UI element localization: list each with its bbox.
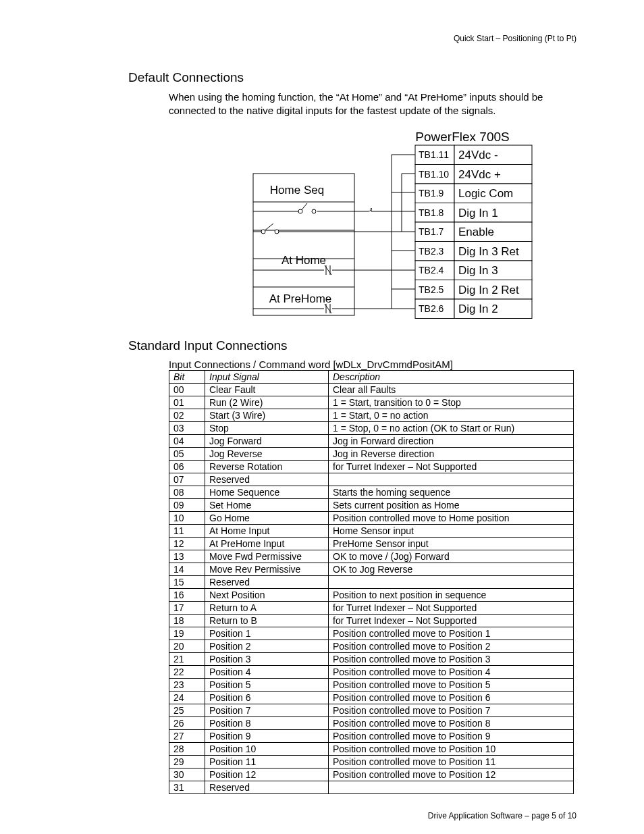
section-default-connections: Default Connections [128,70,576,85]
cell-signal: Position 2 [205,640,329,653]
cell-desc: OK to move / (Jog) Forward [329,550,574,563]
cell-bit: 15 [169,576,205,589]
cell-desc: 1 = Stop, 0 = no action (OK to Start or … [329,422,574,435]
cell-bit: 28 [169,743,205,756]
table-row: 30Position 12Position controlled move to… [169,768,574,781]
table-row: 09Set HomeSets current position as Home [169,499,574,512]
cell-desc: for Turret Indexer – Not Supported [329,461,574,473]
cell-signal: Position 9 [205,730,329,743]
cell-bit: 20 [169,640,205,653]
cell-desc: Position controlled move to Position 5 [329,679,574,692]
cell-bit: 16 [169,589,205,602]
cell-signal: Position 5 [205,679,329,692]
table-row: 27Position 9Position controlled move to … [169,730,574,743]
cell-bit: 22 [169,666,205,679]
cell-bit: 27 [169,730,205,743]
cell-signal: Return to A [205,602,329,615]
svg-text:Logic Com: Logic Com [458,187,513,200]
cell-desc: Position controlled move to Position 11 [329,756,574,768]
svg-text:TB1.10: TB1.10 [419,169,449,180]
cell-signal: Jog Reverse [205,448,329,461]
cell-signal: Go Home [205,512,329,525]
col-bit: Bit [169,371,205,384]
table-row: 19Position 1Position controlled move to … [169,627,574,640]
cell-desc: Position controlled move to Position 10 [329,743,574,756]
cell-signal: Reserved [205,473,329,486]
cell-desc: 1 = Start, 0 = no action [329,409,574,422]
table-row: 20Position 2Position controlled move to … [169,640,574,653]
table-row: 21Position 3Position controlled move to … [169,653,574,666]
table-row: 14Move Rev PermissiveOK to Jog Reverse [169,563,574,576]
table-caption: Input Connections / Command word [wDLx_D… [169,359,576,370]
cell-signal: At PreHome Input [205,538,329,550]
cell-desc: Position controlled move to Position 12 [329,768,574,781]
cell-desc: Position controlled move to Position 3 [329,653,574,666]
table-row: 08Home SequenceStarts the homing sequenc… [169,486,574,499]
cell-bit: 03 [169,422,205,435]
diagram-title: PowerFlex 700S [415,130,509,144]
cell-signal: Position 7 [205,704,329,717]
table-row: 10Go HomePosition controlled move to Hom… [169,512,574,525]
cell-desc: Position controlled move to Position 2 [329,640,574,653]
cell-signal: Stop [205,422,329,435]
cell-signal: Move Fwd Permissive [205,550,329,563]
cell-signal: Position 10 [205,743,329,756]
table-row: 06Reverse Rotationfor Turret Indexer – N… [169,461,574,473]
col-desc: Description [329,371,574,384]
cell-desc: Position to next position in sequence [329,589,574,602]
cell-signal: Position 6 [205,692,329,704]
cell-desc: Jog in Reverse direction [329,448,574,461]
label-at-prehome: At PreHome [269,292,332,305]
page-footer: Drive Application Software – page 5 of 1… [68,811,576,820]
cell-bit: 07 [169,473,205,486]
cell-signal: Move Rev Permissive [205,563,329,576]
cell-bit: 00 [169,384,205,396]
cell-desc: OK to Jog Reverse [329,563,574,576]
cell-desc [329,473,574,486]
cell-bit: 10 [169,512,205,525]
svg-text:TB1.8: TB1.8 [419,207,444,218]
svg-text:Dig In 1: Dig In 1 [458,207,498,219]
table-row: 15Reserved [169,576,574,589]
svg-point-45 [261,230,265,234]
cell-bit: 29 [169,756,205,768]
cell-signal: Reserved [205,781,329,794]
table-row: 11At Home InputHome Sensor input [169,525,574,538]
svg-point-46 [275,230,279,234]
wiring-diagram: PowerFlex 700S TB1.1124Vdc -TB1.1024Vdc … [169,130,576,325]
svg-text:Dig In 2: Dig In 2 [458,303,498,315]
cell-desc: 1 = Start, transition to 0 = Stop [329,396,574,409]
table-row: 03Stop1 = Stop, 0 = no action (OK to Sta… [169,422,574,435]
page-header: Quick Start – Positioning (Pt to Pt) [68,34,576,43]
cell-desc: Position controlled move to Position 8 [329,717,574,730]
table-row: 00Clear FaultClear all Faults [169,384,574,396]
cell-desc: for Turret Indexer – Not Supported [329,615,574,627]
table-row: 26Position 8Position controlled move to … [169,717,574,730]
cell-desc: Position controlled move to Position 9 [329,730,574,743]
cell-bit: 01 [169,396,205,409]
cell-signal: Next Position [205,589,329,602]
svg-point-42 [298,209,302,213]
table-row: 04Jog ForwardJog in Forward direction [169,435,574,448]
cell-bit: 19 [169,627,205,640]
cell-desc: Jog in Forward direction [329,435,574,448]
cell-bit: 25 [169,704,205,717]
cell-bit: 13 [169,550,205,563]
cell-signal: Jog Forward [205,435,329,448]
cell-bit: 09 [169,499,205,512]
svg-text:Dig In 3 Ret: Dig In 3 Ret [458,245,519,258]
cell-bit: 12 [169,538,205,550]
cell-bit: 18 [169,615,205,627]
cell-signal: At Home Input [205,525,329,538]
col-signal: Input Signal [205,371,329,384]
cell-desc: PreHome Sensor input [329,538,574,550]
svg-text:Dig In 2 Ret: Dig In 2 Ret [458,284,519,296]
cell-desc: for Turret Indexer – Not Supported [329,602,574,615]
cell-desc: Position controlled move to Position 1 [329,627,574,640]
table-row: 22Position 4Position controlled move to … [169,666,574,679]
cell-signal: Position 8 [205,717,329,730]
cell-desc [329,576,574,589]
cell-bit: 17 [169,602,205,615]
label-at-home: At Home [281,254,326,267]
cell-bit: 06 [169,461,205,473]
